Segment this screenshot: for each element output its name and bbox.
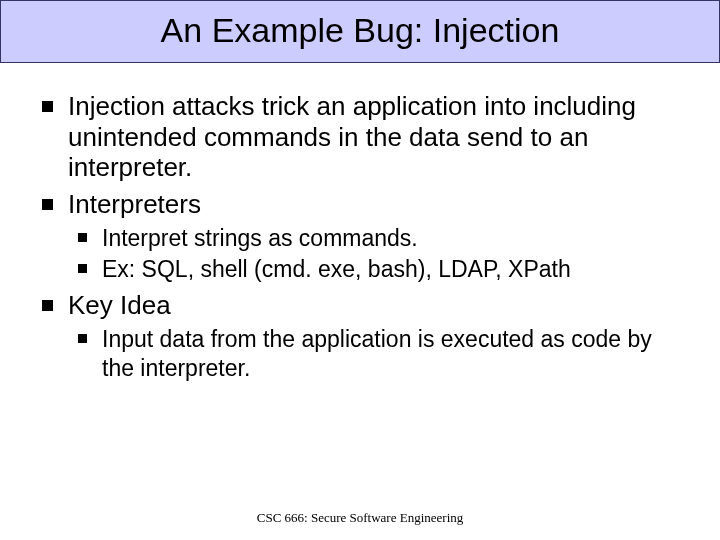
bullet-text: Key Idea (68, 290, 171, 320)
sub-bullet-list: Input data from the application is execu… (74, 325, 684, 383)
sub-bullet-list: Interpret strings as commands. Ex: SQL, … (74, 224, 684, 285)
bullet-item: Injection attacks trick an application i… (36, 91, 684, 183)
sub-bullet-item: Input data from the application is execu… (74, 325, 684, 383)
bullet-list: Injection attacks trick an application i… (36, 91, 684, 382)
bullet-item: Interpreters Interpret strings as comman… (36, 189, 684, 284)
sub-bullet-item: Ex: SQL, shell (cmd. exe, bash), LDAP, X… (74, 255, 684, 284)
slide-footer: CSC 666: Secure Software Engineering (0, 510, 720, 526)
slide-title: An Example Bug: Injection (1, 11, 719, 50)
slide-body: Injection attacks trick an application i… (0, 63, 720, 382)
sub-bullet-item: Interpret strings as commands. (74, 224, 684, 253)
bullet-item: Key Idea Input data from the application… (36, 290, 684, 382)
bullet-text: Interpreters (68, 189, 201, 219)
slide-title-bar: An Example Bug: Injection (0, 0, 720, 63)
